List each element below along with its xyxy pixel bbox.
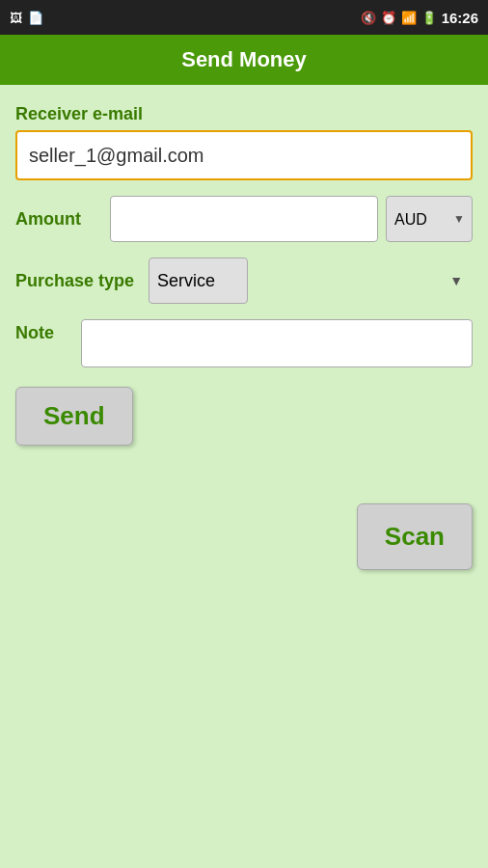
status-time: 16:26: [442, 10, 478, 26]
send-button[interactable]: Send: [15, 387, 133, 446]
purchase-type-wrapper: Service Goods Gift Other: [149, 258, 473, 304]
battery-icon: 🔋: [421, 11, 437, 25]
image-icon: 🖼: [10, 11, 22, 25]
note-input[interactable]: [81, 319, 473, 367]
amount-input[interactable]: [110, 196, 378, 242]
note-label: Note: [15, 319, 73, 343]
file-icon: 📄: [28, 11, 43, 25]
receiver-email-label: Receiver e-mail: [15, 104, 473, 124]
app-header: Send Money: [0, 35, 488, 85]
amount-row: Amount AUD USD EUR GBP: [15, 196, 473, 242]
purchase-type-label: Purchase type: [15, 271, 141, 291]
receiver-email-input[interactable]: [15, 130, 473, 180]
amount-label: Amount: [15, 209, 102, 230]
purchase-type-select[interactable]: Service Goods Gift Other: [149, 258, 248, 304]
signal-icon: 📶: [401, 11, 417, 25]
currency-wrapper: AUD USD EUR GBP: [386, 196, 473, 242]
mute-icon: 🔇: [361, 11, 376, 25]
scan-area: Scan: [15, 465, 473, 570]
buttons-row: Send: [15, 387, 473, 446]
page-title: Send Money: [181, 47, 307, 72]
status-bar: 🖼 📄 🔇 ⏰ 📶 🔋 16:26: [0, 0, 488, 35]
purchase-type-row: Purchase type Service Goods Gift Other: [15, 258, 473, 304]
alarm-icon: ⏰: [381, 11, 396, 25]
currency-select[interactable]: AUD USD EUR GBP: [386, 196, 473, 242]
scan-button[interactable]: Scan: [357, 503, 473, 570]
note-row: Note: [15, 319, 473, 367]
content-area: Receiver e-mail Amount AUD USD EUR GBP P…: [0, 85, 488, 868]
